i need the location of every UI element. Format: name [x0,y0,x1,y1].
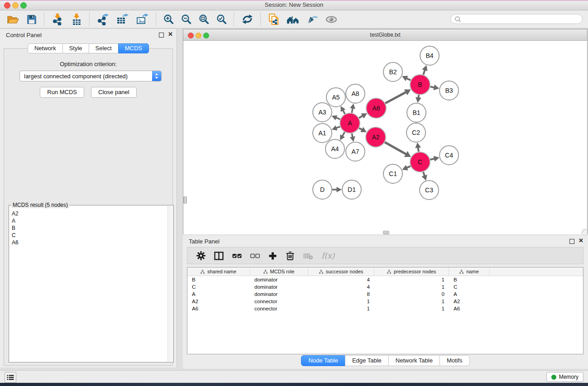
table-cell[interactable]: 1 [308,305,374,312]
graph-edge-A-A3[interactable] [336,118,340,119]
network-window-titlebar[interactable]: testGlobe.txt [183,29,587,41]
graph-edge-A-A5[interactable] [343,110,345,114]
export-network-button[interactable] [93,12,113,27]
table-cell[interactable]: connector [250,298,308,305]
table-cell[interactable]: 8 [308,291,374,298]
mcds-result-item[interactable]: A2 [10,210,167,217]
save-session-button[interactable] [23,12,41,27]
zoom-selected-button[interactable] [213,12,230,27]
table-cell[interactable]: 0 [374,291,449,298]
graph-edge-C-C1[interactable] [406,166,411,168]
run-mcds-button[interactable]: Run MCDS [40,87,84,98]
graph-edge-C-C4[interactable] [430,159,434,160]
create-column-button[interactable] [268,248,277,263]
table-cell[interactable]: 1 [374,305,449,312]
zoom-out-button[interactable] [177,12,195,27]
import-network-button[interactable] [48,12,67,27]
app-titlebar[interactable]: Session: New Session [0,0,588,10]
deselect-all-rows-button[interactable] [250,248,260,263]
graph-edge-A-A4[interactable] [342,132,344,136]
column-header-MCDS-role[interactable]: MCDS role [250,267,308,276]
delete-columns-button[interactable] [286,248,295,263]
graph-edge-B-B3[interactable] [430,87,435,88]
table-cell[interactable]: A2 [187,298,250,305]
graph-edge-A-A7[interactable] [352,133,353,137]
select-all-rows-button[interactable] [232,248,242,263]
tab-select[interactable]: Select [89,43,119,53]
task-history-button[interactable] [5,372,16,383]
tab-mcds[interactable]: MCDS [118,43,149,53]
close-panel-button[interactable]: Close panel [91,87,137,98]
table-cell[interactable]: dominator [250,283,308,291]
delete-table-button[interactable] [303,248,313,263]
graphics-details-button[interactable] [303,12,322,27]
mcds-result-item[interactable]: C [10,232,167,239]
canvas-vertical-scroll-thumb[interactable] [183,196,187,204]
table-row[interactable]: A6connector11A6 [187,305,583,312]
refresh-view-button[interactable] [238,12,257,27]
float-panel-icon[interactable] [159,33,164,38]
tab-network-table[interactable]: Network Table [388,355,440,366]
graph-edge-A-A6[interactable] [359,116,363,118]
birdseye-toggle-button[interactable] [322,12,341,27]
open-session-button[interactable] [3,12,23,27]
table-cell[interactable]: A [187,291,250,298]
table-close-icon[interactable]: ✕ [578,237,583,244]
column-header-predecessor-nodes[interactable]: predecessor nodes [374,267,449,276]
tab-node-table[interactable]: Node Table [301,355,345,366]
network-canvas[interactable]: B4B2BB3A8A5A6A3B1AC2A1A2A4A7C4CC1C3DD1 [183,41,587,234]
graph-edge-C-C3[interactable] [423,172,425,176]
tab-motifs[interactable]: Motifs [440,355,470,366]
table-cell[interactable]: 1 [374,298,449,305]
graph-edge-A6-B[interactable] [385,92,406,104]
table-row[interactable]: Adominator80A [187,291,583,298]
canvas-horizontal-scroll-thumb[interactable] [383,231,389,234]
graph-edge-C-C2[interactable] [418,148,419,152]
search-input[interactable] [463,15,582,23]
graph-edge-A-A2[interactable] [359,128,362,130]
tab-network[interactable]: Network [28,43,63,53]
mcds-result-item[interactable]: B [10,224,167,232]
table-cell[interactable]: dominator [250,291,308,298]
home-button[interactable] [283,12,303,27]
graph-edge-A-A8[interactable] [352,108,353,113]
table-cell[interactable]: connector [250,305,308,312]
table-row[interactable]: Cdominator41C [187,283,583,291]
export-table-button[interactable] [113,12,133,27]
column-header-successor-nodes[interactable]: successor nodes [308,267,374,276]
show-columns-button[interactable] [214,248,224,263]
column-header-shared-name[interactable]: shared name [187,267,250,276]
table-cell[interactable]: A6 [449,305,490,312]
table-row[interactable]: Bdominator41B [187,276,583,283]
tab-style[interactable]: Style [62,43,89,53]
graph-edge-A-A1[interactable] [336,127,340,128]
table-float-icon[interactable] [569,239,574,244]
table-settings-button[interactable] [196,248,206,263]
search-field[interactable] [450,14,583,24]
memory-button[interactable]: Memory [546,372,583,382]
table-cell[interactable]: 4 [308,283,374,291]
close-panel-icon[interactable]: ✕ [168,31,173,38]
table-cell[interactable]: C [449,283,490,291]
column-header-name[interactable]: name [449,267,490,276]
tab-edge-table[interactable]: Edge Table [345,355,389,366]
window-resize-grip[interactable] [581,229,587,234]
import-table-button[interactable] [67,12,86,27]
table-cell[interactable]: dominator [250,276,308,283]
table-row[interactable]: A2connector11A2 [187,298,583,305]
copy-network-button[interactable] [264,12,283,27]
table-cell[interactable]: A2 [449,298,490,305]
graph-edge-B-B2[interactable] [406,78,411,80]
table-cell[interactable]: 1 [308,298,374,305]
result-scrollbar[interactable] [167,206,173,362]
mcds-result-item[interactable]: A [10,217,167,224]
function-builder-button[interactable]: f(x) [321,248,335,263]
table-cell[interactable]: 1 [374,276,449,283]
table-cell[interactable]: C [187,283,250,291]
table-cell[interactable]: B [449,276,490,283]
graph-edge-B-B4[interactable] [423,70,425,75]
table-cell[interactable]: B [187,276,250,283]
zoom-in-button[interactable] [160,12,177,27]
zoom-fit-button[interactable] [195,12,213,27]
table-cell[interactable]: 4 [308,276,374,283]
